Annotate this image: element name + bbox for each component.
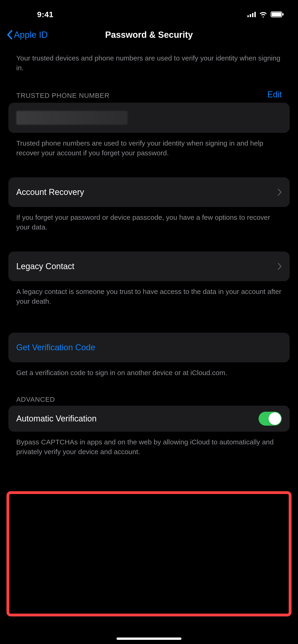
wifi-icon xyxy=(259,11,267,18)
legacy-contact-footer: A legacy contact is someone you trust to… xyxy=(0,281,298,310)
svg-rect-6 xyxy=(282,13,283,16)
automatic-verification-row: Automatic Verification xyxy=(8,406,290,432)
svg-rect-2 xyxy=(252,13,253,17)
account-recovery-label: Account Recovery xyxy=(16,187,84,197)
verification-code-footer: Get a verification code to sign in on an… xyxy=(0,362,298,381)
trusted-phone-row[interactable] xyxy=(8,103,290,133)
advanced-section: ADVANCED Automatic Verification Bypass C… xyxy=(0,392,298,460)
trusted-phone-footer: Trusted phone numbers are used to verify… xyxy=(0,133,298,161)
svg-rect-3 xyxy=(254,12,256,17)
chevron-left-icon xyxy=(7,30,13,40)
verification-code-section: Get Verification Code Get a verification… xyxy=(0,333,298,381)
redacted-phone-number xyxy=(16,111,128,125)
legacy-contact-label: Legacy Contact xyxy=(16,262,74,271)
trusted-phone-header-row: TRUSTED PHONE NUMBER Edit xyxy=(0,86,298,103)
get-verification-code-label: Get Verification Code xyxy=(16,343,95,352)
get-verification-code-row[interactable]: Get Verification Code xyxy=(8,333,290,362)
nav-header: Apple ID Password & Security xyxy=(0,23,298,46)
legacy-contact-section: Legacy Contact A legacy contact is someo… xyxy=(0,252,298,310)
svg-rect-1 xyxy=(250,14,251,17)
intro-footer: Your trusted devices and phone numbers a… xyxy=(0,46,298,76)
account-recovery-footer: If you forget your password or device pa… xyxy=(0,207,298,235)
automatic-verification-label: Automatic Verification xyxy=(16,414,97,424)
legacy-contact-row[interactable]: Legacy Contact xyxy=(8,252,290,281)
status-bar: 9:41 xyxy=(0,0,298,23)
trusted-phone-edit[interactable]: Edit xyxy=(267,90,282,100)
back-label: Apple ID xyxy=(14,30,48,40)
chevron-right-icon xyxy=(277,188,282,196)
account-recovery-row[interactable]: Account Recovery xyxy=(8,177,290,207)
svg-rect-0 xyxy=(247,15,249,17)
page-title: Password & Security xyxy=(105,30,193,40)
battery-icon xyxy=(271,11,284,18)
highlight-annotation xyxy=(7,491,291,616)
trusted-phone-section: TRUSTED PHONE NUMBER Edit Trusted phone … xyxy=(0,86,298,161)
account-recovery-section: Account Recovery If you forget your pass… xyxy=(0,177,298,235)
svg-rect-5 xyxy=(271,12,281,16)
toggle-knob xyxy=(268,412,281,425)
trusted-phone-header: TRUSTED PHONE NUMBER xyxy=(16,92,110,100)
settings-content: Your trusted devices and phone numbers a… xyxy=(0,46,298,460)
advanced-header: ADVANCED xyxy=(16,396,55,403)
status-indicators xyxy=(247,11,284,18)
cellular-icon xyxy=(247,12,256,17)
home-indicator[interactable] xyxy=(117,638,181,640)
status-time: 9:41 xyxy=(14,10,53,19)
chevron-right-icon xyxy=(277,263,282,270)
advanced-footer: Bypass CAPTCHAs in apps and on the web b… xyxy=(0,432,298,460)
automatic-verification-toggle[interactable] xyxy=(258,412,282,426)
back-button[interactable]: Apple ID xyxy=(7,30,48,40)
